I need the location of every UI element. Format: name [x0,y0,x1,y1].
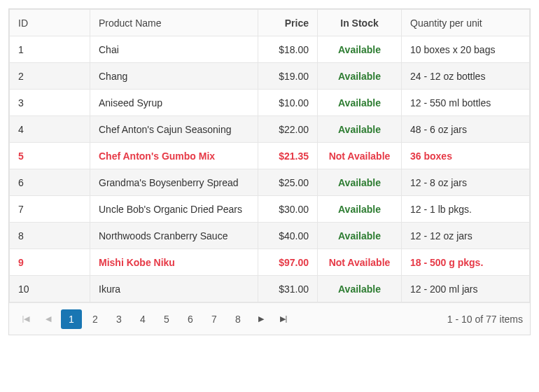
available-badge: Available [338,230,381,241]
cell-qty: 48 - 6 oz jars [402,116,530,143]
pager-page-3[interactable]: 3 [108,309,130,329]
available-badge: Available [338,97,381,108]
cell-price: $97.00 [258,249,318,276]
cell-stock: Not Available [318,249,402,276]
cell-price: $18.00 [258,36,318,63]
available-badge: Available [338,284,381,295]
available-badge: Available [338,71,381,82]
cell-qty: 12 - 12 oz jars [402,223,530,249]
pager-prev-button[interactable]: ◀ [38,309,58,329]
cell-qty: 12 - 8 oz jars [402,169,530,196]
pager-page-8[interactable]: 8 [227,309,248,329]
cell-stock: Available [318,169,402,196]
cell-id: 6 [10,169,90,196]
pager-first-button[interactable]: |◀ [16,309,36,329]
table-row[interactable]: 6Grandma's Boysenberry Spread$25.00Avail… [10,169,530,196]
col-header-stock[interactable]: In Stock [318,10,402,36]
table-row[interactable]: 7Uncle Bob's Organic Dried Pears$30.00Av… [10,196,530,223]
not-available-badge: Not Available [329,257,391,268]
cell-id: 5 [10,143,90,169]
cell-id: 1 [10,36,90,63]
table-row[interactable]: 5Chef Anton's Gumbo Mix$21.35Not Availab… [10,143,530,169]
cell-stock: Not Available [318,143,402,169]
chevron-right-icon: ▶ [258,314,264,323]
pager-next-button[interactable]: ▶ [251,309,271,329]
table-row[interactable]: 8Northwoods Cranberry Sauce$40.00Availab… [10,223,530,249]
cell-stock: Available [318,90,402,116]
cell-name: Chang [90,63,258,90]
table-row[interactable]: 4Chef Anton's Cajun Seasoning$22.00Avail… [10,116,530,143]
cell-name: Ikura [90,276,258,302]
cell-id: 2 [10,63,90,90]
pager-info: 1 - 10 of 77 items [447,314,523,325]
cell-price: $31.00 [258,276,318,302]
cell-id: 10 [10,276,90,302]
cell-stock: Available [318,63,402,90]
cell-price: $30.00 [258,196,318,223]
first-page-icon: |◀ [22,314,30,323]
cell-name: Chef Anton's Cajun Seasoning [90,116,258,143]
cell-price: $25.00 [258,169,318,196]
cell-name: Grandma's Boysenberry Spread [90,169,258,196]
cell-stock: Available [318,36,402,63]
available-badge: Available [338,204,381,215]
products-table: ID Product Name Price In Stock Quantity … [9,9,530,302]
table-row[interactable]: 10Ikura$31.00Available12 - 200 ml jars [10,276,530,302]
pager-page-2[interactable]: 2 [85,309,106,329]
pager-page-1[interactable]: 1 [61,309,82,329]
products-grid: ID Product Name Price In Stock Quantity … [8,8,531,335]
cell-price: $40.00 [258,223,318,249]
table-row[interactable]: 3Aniseed Syrup$10.00Available12 - 550 ml… [10,90,530,116]
cell-id: 3 [10,90,90,116]
pager: |◀ ◀ 12345678 ▶ ▶| 1 - 10 of 77 items [9,302,530,335]
available-badge: Available [338,177,381,188]
pager-page-7[interactable]: 7 [204,309,225,329]
cell-qty: 10 boxes x 20 bags [402,36,530,63]
cell-name: Uncle Bob's Organic Dried Pears [90,196,258,223]
header-row: ID Product Name Price In Stock Quantity … [10,10,530,36]
cell-name: Mishi Kobe Niku [90,249,258,276]
last-page-icon: ▶| [280,314,288,323]
cell-name: Chef Anton's Gumbo Mix [90,143,258,169]
not-available-badge: Not Available [329,150,391,162]
cell-name: Northwoods Cranberry Sauce [90,223,258,249]
table-row[interactable]: 1Chai$18.00Available10 boxes x 20 bags [10,36,530,63]
cell-qty: 18 - 500 g pkgs. [402,249,530,276]
cell-stock: Available [318,276,402,302]
cell-id: 7 [10,196,90,223]
cell-stock: Available [318,223,402,249]
available-badge: Available [338,124,381,135]
cell-qty: 12 - 1 lb pkgs. [402,196,530,223]
pager-last-button[interactable]: ▶| [274,309,293,329]
cell-id: 8 [10,223,90,249]
cell-id: 9 [10,249,90,276]
col-header-id[interactable]: ID [10,10,90,36]
table-row[interactable]: 9Mishi Kobe Niku$97.00Not Available18 - … [10,249,530,276]
cell-stock: Available [318,116,402,143]
cell-stock: Available [318,196,402,223]
cell-price: $21.35 [258,143,318,169]
table-row[interactable]: 2Chang$19.00Available24 - 12 oz bottles [10,63,530,90]
cell-qty: 12 - 200 ml jars [402,276,530,302]
pager-nav: |◀ ◀ 12345678 ▶ ▶| [16,309,293,329]
cell-qty: 36 boxes [402,143,530,169]
chevron-left-icon: ◀ [46,314,51,323]
available-badge: Available [338,44,381,55]
cell-price: $10.00 [258,90,318,116]
cell-qty: 24 - 12 oz bottles [402,63,530,90]
cell-qty: 12 - 550 ml bottles [402,90,530,116]
pager-page-4[interactable]: 4 [132,309,153,329]
cell-price: $22.00 [258,116,318,143]
cell-name: Chai [90,36,258,63]
pager-page-5[interactable]: 5 [156,309,177,329]
cell-id: 4 [10,116,90,143]
cell-name: Aniseed Syrup [90,90,258,116]
col-header-name[interactable]: Product Name [90,10,258,36]
pager-page-6[interactable]: 6 [180,309,201,329]
cell-price: $19.00 [258,63,318,90]
col-header-qty[interactable]: Quantity per unit [402,10,530,36]
col-header-price[interactable]: Price [258,10,318,36]
